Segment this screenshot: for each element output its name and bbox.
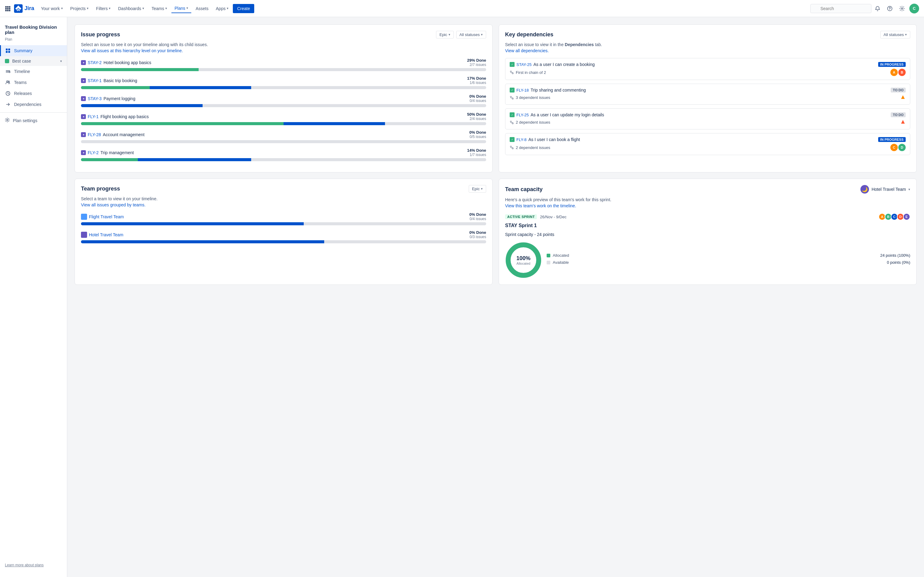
hotel-team-icon: 🌙: [861, 185, 869, 193]
search-input[interactable]: [810, 4, 871, 13]
dep-sub-label: 2 dependent issues: [516, 120, 550, 124]
dependencies-icon: [5, 102, 11, 108]
nav-plans[interactable]: Plans ▾: [171, 4, 191, 13]
team-selector[interactable]: 🌙 Hotel Travel Team ▾: [861, 185, 910, 193]
sprint-name: STAY Sprint 1: [505, 223, 910, 228]
sidebar-item-releases[interactable]: Releases: [0, 88, 67, 99]
dep-sub-label: First in chain of 2: [516, 70, 546, 75]
dep-status-badge: IN PROGRESS: [878, 137, 906, 142]
team-name[interactable]: Flight Travel Team: [89, 214, 124, 219]
issue-title: Flight booking app basics: [100, 114, 149, 119]
svg-point-39: [510, 71, 512, 72]
progress-done: 14% Done: [467, 148, 486, 153]
progress-done: 50% Done: [467, 112, 486, 117]
app-switcher-icon[interactable]: [5, 6, 10, 11]
sidebar-item-teams[interactable]: Teams: [0, 77, 67, 88]
issue-progress-item: ★ STAY-3 Payment logging 0% Done 0/4 iss…: [81, 94, 486, 107]
help-icon[interactable]: [885, 4, 895, 13]
svg-rect-15: [8, 48, 10, 50]
plan-name: Travel Booking Division plan: [0, 22, 67, 37]
team-remaining-bar: [324, 240, 486, 243]
key-dependencies-title: Key dependencies: [505, 31, 553, 38]
learn-more-link[interactable]: Learn more about plans: [5, 563, 44, 567]
issue-key[interactable]: FLY-28: [88, 132, 101, 137]
key-dep-link[interactable]: View all dependencies.: [505, 48, 910, 53]
team-name[interactable]: Hotel Travel Team: [89, 232, 123, 237]
svg-point-43: [510, 96, 512, 97]
sidebar-item-plan-settings[interactable]: Plan settings: [0, 115, 67, 126]
svg-rect-19: [6, 72, 8, 73]
capacity-row: 100% Allocated Allocated 24 points (100%…: [505, 242, 910, 279]
key-dependencies-header: Key dependencies All statuses ▾: [505, 31, 910, 39]
sidebar-item-summary[interactable]: Summary: [0, 45, 67, 56]
priority-indicator: [900, 94, 906, 101]
progress-bar: [81, 104, 486, 107]
sidebar-item-timeline[interactable]: Timeline: [0, 66, 67, 77]
team-progress-card: Team progress Epic ▾ Select a team to vi…: [74, 179, 493, 285]
progress-bar: [81, 86, 486, 89]
epic-filter[interactable]: Epic ▾: [436, 31, 454, 39]
issue-key[interactable]: STAY-1: [88, 78, 102, 83]
team-capacity-link[interactable]: View this team's work on the timeline.: [505, 203, 910, 208]
dep-key[interactable]: FLY-8: [516, 137, 527, 142]
best-case-label: Best case: [12, 59, 31, 63]
svg-point-52: [512, 148, 513, 149]
done-bar: [81, 68, 199, 71]
capacity-avatar: E: [903, 213, 910, 221]
donut-chart: 100% Allocated: [505, 242, 542, 279]
nav-assets[interactable]: Assets: [192, 4, 212, 13]
dep-status-badge: TO DO: [891, 112, 906, 117]
progress-issues: 2/7 issues: [467, 63, 486, 67]
dep-avatars: A B: [890, 69, 906, 76]
svg-point-47: [510, 121, 512, 122]
nav-apps[interactable]: Apps ▾: [213, 4, 232, 13]
team-progress-link[interactable]: View all issues grouped by teams.: [81, 202, 486, 207]
team-progress-filter[interactable]: Epic ▾: [469, 185, 486, 193]
svg-rect-14: [6, 48, 8, 50]
inprogress-bar: [150, 86, 251, 89]
nav-teams[interactable]: Teams ▾: [149, 4, 170, 13]
dep-key[interactable]: FLY-18: [516, 88, 528, 92]
done-bar: [81, 158, 138, 161]
sidebar-item-dependencies[interactable]: Dependencies: [0, 99, 67, 110]
progress-bar: [81, 158, 486, 161]
nav-filters[interactable]: Filters ▾: [93, 4, 114, 13]
user-avatar[interactable]: C: [909, 4, 919, 13]
priority-indicator: [900, 119, 906, 126]
legend-label: Allocated: [553, 253, 878, 258]
nav-projects[interactable]: Projects ▾: [67, 4, 92, 13]
legend-value: 0 points (0%): [887, 260, 910, 265]
issue-key[interactable]: FLY-2: [88, 150, 99, 155]
main-content: Issue progress Epic ▾ All statuses ▾ Sel…: [67, 17, 924, 577]
issue-progress-item: ★ STAY-2 Hotel booking app basics 29% Do…: [81, 58, 486, 71]
jira-logo[interactable]: Jira: [14, 4, 34, 13]
best-case-icon: [5, 59, 9, 63]
svg-text:★: ★: [82, 61, 85, 64]
issue-key[interactable]: STAY-3: [88, 96, 102, 101]
sidebar-item-best-case[interactable]: Best case ▾: [0, 56, 67, 66]
progress-issues: 0/5 issues: [469, 135, 486, 139]
issue-title: Trip management: [100, 150, 134, 155]
team-icon: [81, 232, 87, 238]
create-button[interactable]: Create: [233, 4, 254, 13]
svg-rect-7: [7, 10, 8, 11]
status-filter[interactable]: All statuses ▾: [456, 31, 486, 39]
dep-key[interactable]: FLY-25: [516, 113, 528, 117]
notifications-icon[interactable]: [873, 4, 882, 13]
issue-progress-title: Issue progress: [81, 31, 120, 38]
remaining-bar: [251, 158, 486, 161]
donut-pct: 100%: [516, 255, 530, 262]
issue-key[interactable]: FLY-1: [88, 114, 99, 119]
issue-progress-link[interactable]: View all issues at this hierarchy level …: [81, 48, 486, 53]
team-progress-title: Team progress: [81, 185, 120, 192]
svg-text:★: ★: [82, 134, 85, 136]
key-dep-status-filter[interactable]: All statuses ▾: [880, 31, 910, 39]
summary-icon: [5, 48, 11, 54]
dep-key[interactable]: STAY-25: [516, 62, 531, 67]
nav-dashboards[interactable]: Dashboards ▾: [115, 4, 147, 13]
legend-value: 24 points (100%): [880, 253, 910, 258]
remaining-bar: [385, 122, 486, 125]
settings-icon[interactable]: [897, 4, 907, 13]
nav-your-work[interactable]: Your work ▾: [38, 4, 66, 13]
issue-key[interactable]: STAY-2: [88, 60, 102, 65]
